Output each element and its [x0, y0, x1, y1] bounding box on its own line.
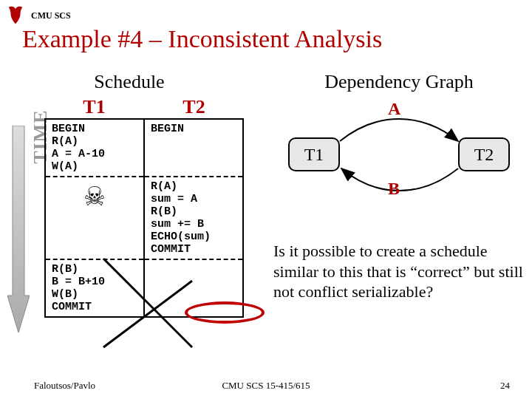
slide: CMU SCS Example #4 – Inconsistent Analys…: [0, 0, 532, 399]
dependency-column: Dependency Graph A T1 T2 B Is it possibl…: [273, 71, 525, 302]
cell-r3c2: [144, 259, 243, 317]
schedule-column: Schedule T1 T2 BEGIN R(A) A = A-10 W(A)B…: [0, 71, 259, 318]
skull-icon: ☠: [45, 177, 144, 259]
footer-mid: CMU SCS 15-415/615: [0, 380, 532, 392]
footer-right: 24: [500, 380, 510, 392]
node-t2: T2: [458, 137, 510, 171]
node-t1: T1: [288, 137, 340, 171]
question-text: Is it possible to create a schedule simi…: [273, 241, 525, 302]
logo-icon: [4, 4, 27, 27]
cell-r1c1: BEGIN R(A) A = A-10 W(A): [45, 119, 144, 177]
dep-title: Dependency Graph: [273, 71, 525, 93]
cell-r2c2: R(A) sum = A R(B) sum += B ECHO(sum) COM…: [144, 177, 243, 259]
slide-title: Example #4 – Inconsistent Analysis: [22, 25, 382, 53]
t1-label: T1: [44, 96, 144, 118]
cell-r3c1: R(B) B = B+10 W(B) COMMIT: [45, 259, 144, 317]
header-org: CMU SCS: [31, 10, 71, 21]
header: CMU SCS: [4, 4, 71, 27]
dependency-graph: A T1 T2 B: [273, 100, 525, 211]
schedule-title: Schedule: [0, 71, 259, 93]
cell-r1c2: BEGIN: [144, 119, 243, 177]
edge-label-b: B: [388, 179, 400, 199]
t2-label: T2: [144, 96, 244, 118]
schedule-table: BEGIN R(A) A = A-10 W(A)BEGIN ☠R(A) sum …: [44, 118, 244, 318]
